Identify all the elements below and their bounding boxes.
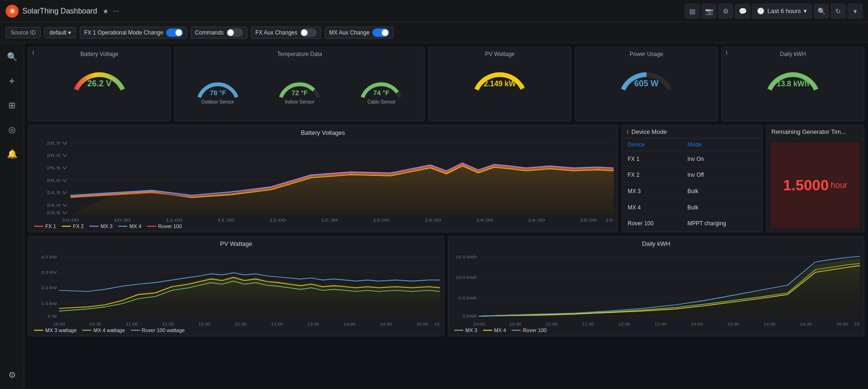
svg-text:12:00: 12:00 [198,321,210,326]
sidebar-alerts-icon[interactable]: 🔔 [4,146,21,162]
svg-text:74 °F: 74 °F [373,89,390,97]
device-cell: Rover 100 [622,215,682,232]
camera-icon[interactable]: 📷 [701,4,716,19]
svg-text:24.5 V: 24.5 V [47,190,68,195]
svg-marker-43 [59,276,440,316]
svg-text:25.0 V: 25.0 V [47,178,68,183]
svg-text:13:30: 13:30 [728,321,740,326]
legend-rover100-wattage: Rover 100 wattage [131,327,185,333]
svg-text:14:00: 14:00 [476,218,493,222]
battery-chart-svg: 26.5 V 26.0 V 25.5 V 25.0 V 24.5 V 24.0 … [32,138,614,222]
star-icon[interactable]: ★ [103,7,109,15]
sidebar-explore-icon[interactable]: ◎ [4,121,21,138]
svg-text:15.0 kWh: 15.0 kWh [455,254,477,259]
legend-mx3-kwh: MX 3 [454,327,477,333]
svg-text:11:00: 11:00 [166,218,183,222]
op-mode-toggle[interactable] [166,28,183,37]
svg-text:10.0 kWh: 10.0 kWh [455,275,477,280]
svg-text:5.0 kWh: 5.0 kWh [458,296,477,301]
battery-chart-legend: FX 1 FX 2 MX 3 MX 4 [32,222,614,230]
op-mode-toggle-group: FX 1 Operational Mode Change [80,27,187,39]
main-content: ℹ Battery Voltage 26.2 V [24,43,868,389]
chevron-down-icon: ▾ [804,7,807,14]
mx-aux-toggle[interactable] [372,28,389,37]
daily-kwh-chart-panel: Daily kWH [448,236,864,336]
device-cell: FX 2 [622,167,682,183]
commands-toggle-group: Commands [191,27,247,39]
svg-text:1.0 kW: 1.0 kW [41,301,57,306]
svg-text:13:30: 13:30 [308,321,320,326]
svg-text:11:00: 11:00 [126,321,138,326]
svg-text:10:00: 10:00 [473,321,485,326]
top-bar: ☀ SolarThing Dashboard ★ ⋯ ▤ 📷 ⚙ 💬 🕐 Las… [0,0,868,22]
svg-text:10:30: 10:30 [90,321,102,326]
mode-cell: Inv On [682,151,762,167]
table-row: FX 1Inv On [622,151,762,167]
legend-mx4-kwh: MX 4 [483,327,506,333]
svg-text:26.5 V: 26.5 V [47,140,68,146]
svg-text:14:00: 14:00 [763,321,776,326]
svg-text:12:30: 12:30 [321,218,338,222]
commands-toggle[interactable] [226,28,243,37]
time-range-picker[interactable]: 🕐 Last 6 hours ▾ [752,4,812,19]
daily-kwh-chart-area: 15.0 kWh 10.0 kWh 5.0 kWh 0 kWh 10: [452,249,860,326]
svg-text:10:00: 10:00 [53,321,65,326]
generator-value-area: 1.5000 hour [770,142,860,228]
indoor-label: Indoor Sensor [285,99,315,104]
bar-chart-icon[interactable]: ▤ [685,4,700,19]
svg-text:10:30: 10:30 [114,218,131,222]
svg-text:14:30: 14:30 [800,321,812,326]
sidebar-add-icon[interactable]: + [4,73,21,90]
device-cell: FX 1 [622,151,682,167]
sidebar-search-icon[interactable]: 🔍 [4,49,21,65]
svg-text:12:30: 12:30 [235,321,247,326]
svg-text:11:30: 11:30 [217,218,235,222]
aux-changes-toggle-group: FX Aux Changes [251,27,321,39]
comment-icon[interactable]: 💬 [735,4,750,19]
svg-text:0 kWh: 0 kWh [462,314,477,319]
svg-text:2.149 kW: 2.149 kW [484,80,516,88]
svg-text:26.0 V: 26.0 V [47,153,68,158]
title-icons: ★ ⋯ [103,7,119,15]
top-right-controls: ▤ 📷 ⚙ 💬 🕐 Last 6 hours ▾ 🔍 ↻ ▾ [685,4,862,19]
legend-rover100-kwh: Rover 100 [511,327,546,333]
svg-text:15:30: 15:30 [854,321,860,326]
svg-text:23.5 V: 23.5 V [47,210,68,215]
zoom-icon[interactable]: 🔍 [814,4,829,19]
aux-changes-toggle[interactable] [300,28,317,37]
mx-aux-toggle-group: MX Aux Change [325,27,393,39]
daily-kwh-chart-title: Daily kWH [452,240,860,247]
refresh-icon[interactable]: ↻ [831,4,846,19]
more-options-icon[interactable]: ▾ [847,4,862,19]
svg-text:605 W: 605 W [634,79,658,88]
pv-chart-area: 4.0 kW 3.0 kW 2.0 kW 1.0 kW 0 W [32,249,440,326]
power-usage-panel: Power Usage 605 W [575,47,718,121]
sidebar-settings-icon[interactable]: ⚙ [4,367,21,383]
svg-text:11:00: 11:00 [546,321,558,326]
cabin-label: Cabin Sensor [367,99,396,104]
sidebar-dashboards-icon[interactable]: ⊞ [4,97,21,114]
indoor-gauge: 72 °F [279,72,321,99]
svg-text:78 °F: 78 °F [210,89,226,97]
generator-value: 1.5000 [783,177,829,194]
svg-text:13:00: 13:00 [372,218,390,222]
legend-mx4: MX 4 [118,223,141,229]
svg-text:0 W: 0 W [48,314,57,319]
daily-kwh-legend: MX 3 MX 4 Rover 100 [452,326,860,334]
device-mode-title: Device Mode [631,128,667,135]
daily-info-icon: ℹ [726,50,728,56]
op-mode-label: FX 1 Operational Mode Change [84,29,163,36]
device-table: Device Mode FX 1Inv OnFX 2Inv OffMX 3Bul… [622,139,762,232]
share-icon[interactable]: ⋯ [112,7,119,15]
device-col-header: Device [622,139,682,151]
gauges-row: ℹ Battery Voltage 26.2 V [28,47,864,121]
mode-cell: MPPT charging [682,215,762,232]
svg-text:10:30: 10:30 [510,321,522,326]
outdoor-gauge: 78 °F [197,72,239,99]
outdoor-label: Outdoor Sensor [201,99,234,104]
device-mode-header: ℹ Device Mode [622,125,762,139]
chevron-down-icon: ▾ [68,29,71,36]
source-id-select[interactable]: default ▾ [44,27,76,38]
svg-text:12:00: 12:00 [269,218,287,222]
settings-icon[interactable]: ⚙ [718,4,733,19]
